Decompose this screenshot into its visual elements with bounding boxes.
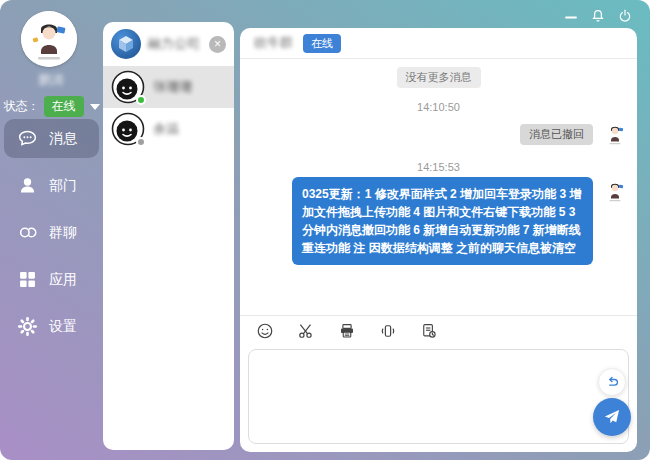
notifications-button[interactable] [589,7,607,25]
apps-grid-icon [17,269,38,290]
status-row: 状态： 在线 [0,96,103,117]
power-button[interactable] [616,7,634,25]
sidebar-item-apps[interactable]: 应用 [4,260,99,299]
recalled-message-row: 消息已撤回 [240,120,637,148]
recalled-badge: 消息已撤回 [520,124,593,145]
company-name: 融力公司 [148,35,202,53]
shake-window-button[interactable] [379,322,397,340]
send-plane-icon [602,407,622,427]
contact-row[interactable]: 张珊珊 [103,66,234,108]
chat-toolbar [240,315,637,345]
sidebar-menu: 消息 部门 群聊 应用 [4,119,99,354]
chat-panel: 吹牛群 在线 没有更多消息 14:10:50 消息已撤回 [240,28,637,452]
username: 鹏涛 [0,71,103,89]
user-avatar[interactable] [21,11,77,67]
person-icon [17,175,38,196]
send-file-button[interactable] [338,322,356,340]
chat-header: 吹牛群 在线 [240,28,637,59]
shake-phone-icon [379,322,397,340]
message-input-area [248,349,629,444]
sidebar-item-label: 群聊 [49,224,77,242]
app-window: 鹏涛 状态： 在线 消息 部门 [0,0,650,460]
contact-avatar [111,112,145,146]
sidebar-item-label: 部门 [49,177,77,195]
send-button[interactable] [593,398,631,436]
chevron-down-icon[interactable] [90,104,100,110]
contact-row[interactable]: 余温 [103,108,234,150]
status-online-badge[interactable]: 在线 [44,96,84,117]
sidebar-item-messages[interactable]: 消息 [4,119,99,158]
emoji-icon [256,322,274,340]
chat-history-button[interactable] [420,322,438,340]
scissors-icon [297,322,315,340]
file-print-icon [338,322,356,340]
message-list[interactable]: 没有更多消息 14:10:50 消息已撤回 14:15:53 [240,59,637,315]
minimize-icon [564,9,578,23]
screenshot-button[interactable] [297,322,315,340]
group-chat-icon [17,222,38,243]
sidebar: 鹏涛 状态： 在线 消息 部门 [0,0,103,460]
user-cartoon-avatar-icon [601,120,629,148]
user-cartoon-avatar-icon [601,177,629,205]
group-name: 吹牛群 [254,34,293,52]
sidebar-item-label: 消息 [49,130,77,148]
contact-name: 张珊珊 [153,78,192,96]
close-icon[interactable]: × [209,36,226,53]
company-avatar [111,29,141,59]
timestamp: 14:10:50 [240,101,637,113]
timestamp: 14:15:53 [240,161,637,173]
gear-icon [17,316,38,337]
history-icon [420,322,438,340]
user-cartoon-avatar-icon [21,11,77,67]
contact-list-panel: 融力公司 × 张珊珊 [103,22,234,450]
power-icon [617,8,633,24]
company-header: 融力公司 × [103,22,234,66]
online-badge: 在线 [303,34,341,53]
offline-status-dot [136,137,146,147]
sidebar-item-label: 应用 [49,271,77,289]
titlebar-controls [562,7,634,25]
recall-undo-button[interactable] [598,368,626,396]
message-row: 0325更新：1 修改界面样式 2 增加回车登录功能 3 增加文件拖拽上传功能 … [240,177,637,265]
sidebar-item-department[interactable]: 部门 [4,166,99,205]
status-label: 状态： [4,98,40,115]
contact-name: 余温 [153,120,179,138]
sidebar-item-groupchat[interactable]: 群聊 [4,213,99,252]
undo-arrow-icon [604,374,621,391]
online-status-dot [136,95,146,105]
bell-icon [590,8,606,24]
message-avatar [601,177,629,205]
contact-avatar [111,70,145,104]
sidebar-item-settings[interactable]: 设置 [4,307,99,346]
emoji-button[interactable] [256,322,274,340]
message-avatar [601,120,629,148]
message-bubble: 0325更新：1 修改界面样式 2 增加回车登录功能 3 增加文件拖拽上传功能 … [292,177,593,265]
minimize-button[interactable] [562,7,580,25]
sidebar-item-label: 设置 [49,318,77,336]
cube-logo-icon [111,29,141,59]
chat-bubble-icon [17,128,38,149]
no-more-messages-pill: 没有更多消息 [397,67,481,88]
message-input[interactable] [249,350,628,443]
